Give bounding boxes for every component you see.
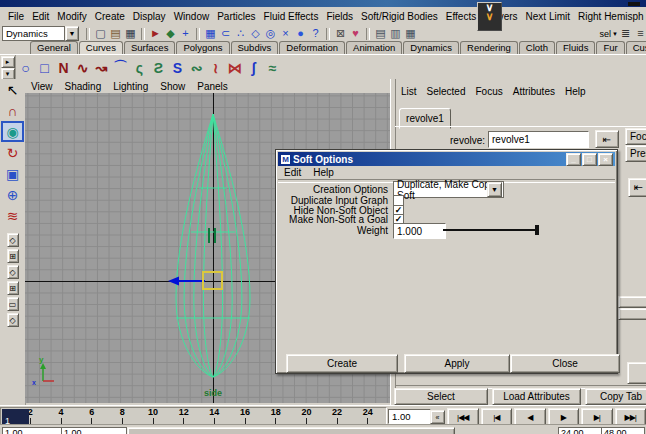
range-toggle-icon[interactable]: « — [430, 410, 445, 424]
nurbs-square-icon[interactable]: □ — [35, 57, 54, 78]
make-live-icon[interactable]: ◎ — [264, 27, 277, 40]
attribute-editor-menu-item[interactable]: Selected — [422, 86, 471, 100]
menu-item[interactable]: Particles — [213, 11, 259, 22]
quick-layout-button[interactable]: ◇ — [7, 265, 19, 279]
dialog-titlebar[interactable]: M Soft Options _ □ × — [278, 152, 615, 166]
revolve-name-field[interactable]: revolve1 — [488, 131, 589, 148]
attach-curves-icon[interactable]: ς — [130, 57, 149, 78]
shelf-popup-icon[interactable]: ▸ — [1, 56, 15, 68]
detach-curves-icon[interactable]: Ƨ — [149, 57, 168, 78]
last-tool[interactable]: ≋ — [1, 205, 24, 226]
attribute-editor-menu-item[interactable]: Help — [560, 86, 591, 100]
help-line-icon[interactable]: ? — [309, 27, 322, 40]
ep-curve-tool-icon[interactable]: ∿ — [73, 57, 92, 78]
shelf-tab[interactable]: Cloth — [519, 41, 555, 54]
close-icon[interactable]: × — [598, 153, 613, 166]
copy-tab-button[interactable]: Copy Tab — [585, 388, 646, 405]
select-button[interactable]: Select — [394, 388, 488, 405]
lock-icon[interactable]: ⊠ — [334, 27, 347, 40]
close-button[interactable]: Close — [510, 354, 620, 373]
new-scene-icon[interactable]: ▢ — [94, 27, 107, 40]
collapsed-section-bar[interactable] — [618, 308, 646, 320]
ipr-render-icon[interactable]: ▥ — [389, 27, 402, 40]
list-icon[interactable]: ≣ — [619, 27, 632, 40]
quick-layout-button[interactable]: ◇ — [7, 313, 19, 327]
quick-layout-button[interactable]: ◇ — [7, 233, 19, 247]
viewport-menu-item[interactable]: Shading — [59, 81, 108, 92]
shelf-tab[interactable]: Surfaces — [124, 41, 176, 54]
quick-layout-button[interactable]: ⊞ — [7, 249, 19, 263]
viewport-menu-item[interactable]: Show — [154, 81, 191, 92]
shelf-tab[interactable]: Polygons — [176, 41, 229, 54]
line-icon[interactable]: ≡ — [634, 27, 646, 40]
weight-slider[interactable] — [443, 223, 543, 237]
shelf-tab[interactable]: Curves — [79, 41, 123, 54]
presets-button[interactable]: Pres — [625, 145, 646, 162]
shelf-menu-icon[interactable]: ▾ — [1, 68, 15, 80]
snap-grid-icon[interactable]: ▦ — [204, 27, 217, 40]
nurbs-circle-icon[interactable]: ○ — [16, 57, 35, 78]
menu-item[interactable]: Next Limit — [522, 11, 574, 22]
shelf-tab[interactable]: Animation — [346, 41, 402, 54]
select-hierarchy-icon[interactable]: ► — [149, 27, 162, 40]
snap-plane-icon[interactable]: ◇ — [249, 27, 262, 40]
menu-item[interactable]: Window — [170, 11, 214, 22]
pencil-curve-tool-icon[interactable]: ↝ — [92, 57, 111, 78]
save-scene-icon[interactable]: ▦ — [124, 27, 137, 40]
select-tool[interactable]: ↖ — [1, 79, 24, 100]
open-close-curve-icon[interactable]: ∾ — [187, 57, 206, 78]
show-manipulator-tool[interactable]: ⊕ — [1, 184, 24, 205]
shelf-tab[interactable]: Deformation — [279, 41, 345, 54]
menu-item[interactable]: Effects — [442, 11, 480, 22]
collapsed-section-bar[interactable] — [618, 296, 646, 308]
shelf-tab[interactable]: Fluids — [556, 41, 595, 54]
select-object-icon[interactable]: ◆ — [164, 27, 177, 40]
snap-off-icon[interactable]: × — [279, 27, 292, 40]
snap-curve-icon[interactable]: ⊂ — [219, 27, 232, 40]
maximize-icon[interactable]: □ — [582, 153, 597, 166]
viewport-menu-item[interactable]: View — [25, 81, 59, 92]
soft-body-heart-icon[interactable]: ♥ — [349, 27, 362, 40]
menu-set-arrow-icon[interactable]: ▼ — [65, 26, 79, 41]
attribute-editor-menu-item[interactable]: List — [396, 86, 422, 100]
menu-item[interactable]: Fields — [322, 11, 357, 22]
open-scene-icon[interactable]: ▤ — [109, 27, 122, 40]
align-curves-icon[interactable]: S — [168, 57, 187, 78]
menu-item[interactable]: Soft/Rigid Bodies — [357, 11, 442, 22]
dialog-menu-item[interactable]: Help — [307, 167, 340, 178]
attribute-editor-menu-item[interactable]: Attributes — [508, 86, 560, 100]
apply-button[interactable]: Apply — [404, 354, 510, 373]
attribute-editor-menu-item[interactable]: Focus — [470, 86, 507, 100]
window-minimize-icon[interactable] — [628, 2, 640, 6]
rotate-tool[interactable]: ↻ — [1, 142, 24, 163]
quick-layout-button[interactable]: ▭ — [7, 297, 19, 311]
render-globals-icon[interactable]: ▦ — [404, 27, 417, 40]
window-titlebar[interactable] — [0, 0, 646, 7]
cv-curve-tool-icon[interactable]: N — [54, 57, 73, 78]
snap-point-icon[interactable]: ∴ — [234, 27, 247, 40]
jump-to-input-icon[interactable]: ⇤ — [595, 130, 619, 148]
shelf-tab[interactable]: Dynamics — [403, 41, 459, 54]
soft-mod-tool[interactable]: ◉ — [1, 121, 24, 142]
menu-item[interactable]: Create — [91, 11, 129, 22]
select-component-icon[interactable]: + — [179, 27, 192, 40]
cut-curve-icon[interactable]: ≀ — [206, 57, 225, 78]
lasso-tool[interactable]: ∩ — [1, 100, 24, 121]
playback-start-field[interactable]: 1.00 — [61, 427, 127, 434]
dialog-menu-item[interactable]: Edit — [278, 167, 307, 178]
quick-layout-button[interactable]: ⊞ — [7, 281, 19, 295]
minimize-icon[interactable]: _ — [566, 153, 581, 166]
menu-item[interactable]: Right Hemisph — [574, 11, 646, 22]
menu-set-selector[interactable]: Dynamics — [2, 26, 65, 41]
quick-select-label[interactable]: sel — [600, 29, 612, 39]
menu-item[interactable]: Modify — [53, 11, 90, 22]
weight-field[interactable]: 1.000 — [393, 223, 446, 239]
menu-item[interactable]: Display — [129, 11, 170, 22]
scale-tool[interactable]: ▣ — [1, 163, 24, 184]
create-button[interactable]: Create — [286, 354, 398, 373]
animation-start-field[interactable]: 1.00 — [2, 427, 62, 434]
focus-button[interactable]: Foc — [625, 128, 646, 145]
shelf-tab[interactable]: Fur — [596, 41, 624, 54]
current-time-field[interactable]: 1.00 — [388, 409, 431, 424]
load-attributes-button[interactable]: Load Attributes — [492, 388, 581, 405]
